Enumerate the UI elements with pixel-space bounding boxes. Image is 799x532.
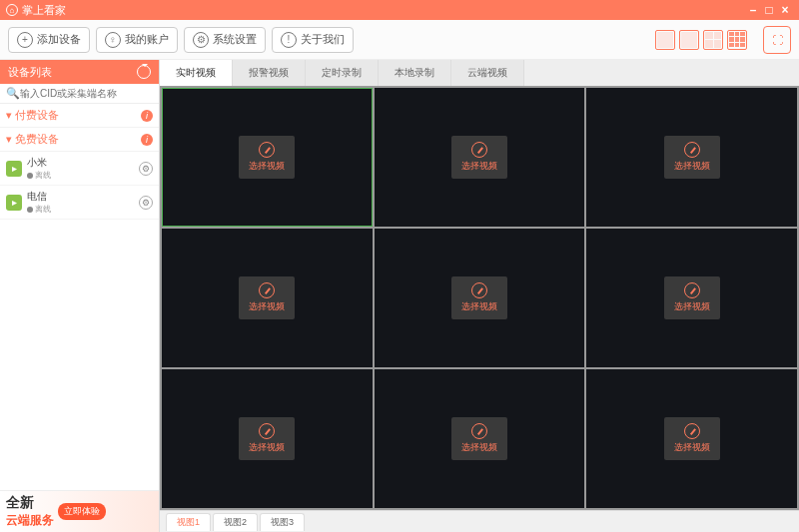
try-now-button[interactable]: 立即体验	[58, 503, 106, 520]
device-icon: ▸	[6, 161, 22, 177]
tab-realtime[interactable]: 实时视频	[160, 60, 233, 86]
video-cell[interactable]: 选择视频	[586, 88, 797, 227]
video-cell[interactable]: 选择视频	[375, 369, 585, 508]
device-item[interactable]: ▸ 小米离线 ⚙	[0, 152, 159, 186]
search-icon: 🔍	[6, 87, 20, 100]
video-cell[interactable]: 选择视频	[375, 229, 585, 367]
minimize-button[interactable]: －	[745, 2, 761, 19]
close-button[interactable]: ×	[777, 3, 793, 17]
video-cell[interactable]: 选择视频	[162, 229, 373, 367]
content-area: 实时视频 报警视频 定时录制 本地录制 云端视频 选择视频 选择视频 选择视频 …	[160, 60, 799, 532]
video-cell[interactable]: 选择视频	[586, 229, 797, 367]
layout-switcher	[655, 30, 747, 50]
refresh-icon[interactable]	[137, 65, 151, 79]
camera-icon	[684, 142, 700, 158]
system-settings-button[interactable]: ⚙系统设置	[184, 27, 266, 53]
camera-icon	[471, 282, 487, 298]
category-free[interactable]: ▾ 免费设备i	[0, 128, 159, 152]
info-icon: !	[281, 32, 297, 48]
info-icon[interactable]: i	[141, 134, 153, 146]
camera-icon	[259, 282, 275, 298]
view-tabs: 视图1 视图2 视图3	[160, 510, 799, 532]
layout-1-alt-button[interactable]	[679, 30, 699, 50]
select-video-placeholder[interactable]: 选择视频	[239, 417, 295, 460]
view-tab-2[interactable]: 视图2	[213, 513, 258, 531]
plus-icon: +	[17, 32, 33, 48]
video-cell[interactable]: 选择视频	[375, 88, 585, 227]
device-settings-icon[interactable]: ⚙	[139, 196, 153, 210]
camera-icon	[471, 423, 487, 439]
search-box[interactable]: 🔍	[0, 84, 159, 104]
layout-9-button[interactable]	[727, 30, 747, 50]
app-logo-icon: ⌂	[6, 4, 18, 16]
video-cell[interactable]: 选择视频	[162, 369, 373, 508]
device-item[interactable]: ▸ 电信离线 ⚙	[0, 186, 159, 220]
tab-cloud[interactable]: 云端视频	[451, 60, 524, 86]
user-icon: ♀	[105, 32, 121, 48]
add-device-button[interactable]: +添加设备	[8, 27, 90, 53]
device-icon: ▸	[6, 195, 22, 211]
title-bar: ⌂ 掌上看家 － □ ×	[0, 0, 799, 20]
camera-icon	[684, 282, 700, 298]
device-sidebar: 设备列表 🔍 ▾ 付费设备i ▾ 免费设备i ▸ 小米离线 ⚙ ▸ 电信离线 ⚙…	[0, 60, 160, 532]
tab-local[interactable]: 本地录制	[379, 60, 451, 86]
maximize-button[interactable]: □	[761, 3, 777, 17]
search-input[interactable]	[20, 88, 153, 99]
camera-icon	[259, 423, 275, 439]
select-video-placeholder[interactable]: 选择视频	[451, 276, 507, 319]
select-video-placeholder[interactable]: 选择视频	[664, 136, 720, 179]
main-toolbar: +添加设备 ♀我的账户 ⚙系统设置 !关于我们 ⛶	[0, 20, 799, 60]
select-video-placeholder[interactable]: 选择视频	[664, 276, 720, 319]
layout-4-button[interactable]	[703, 30, 723, 50]
select-video-placeholder[interactable]: 选择视频	[239, 136, 295, 179]
gear-icon: ⚙	[193, 32, 209, 48]
tab-scheduled[interactable]: 定时录制	[306, 60, 379, 86]
app-title: 掌上看家	[22, 3, 66, 18]
select-video-placeholder[interactable]: 选择视频	[239, 276, 295, 319]
my-account-button[interactable]: ♀我的账户	[96, 27, 178, 53]
sidebar-header: 设备列表	[0, 60, 159, 84]
view-tab-3[interactable]: 视图3	[260, 513, 305, 531]
view-tab-1[interactable]: 视图1	[166, 513, 211, 531]
video-grid: 选择视频 选择视频 选择视频 选择视频 选择视频 选择视频 选择视频 选择视频 …	[160, 86, 799, 510]
info-icon[interactable]: i	[141, 110, 153, 122]
select-video-placeholder[interactable]: 选择视频	[451, 417, 507, 460]
video-tabs: 实时视频 报警视频 定时录制 本地录制 云端视频	[160, 60, 799, 86]
camera-icon	[471, 142, 487, 158]
about-us-button[interactable]: !关于我们	[272, 27, 354, 53]
camera-icon	[259, 142, 275, 158]
fullscreen-button[interactable]: ⛶	[763, 26, 791, 54]
video-cell[interactable]: 选择视频	[586, 369, 797, 508]
select-video-placeholder[interactable]: 选择视频	[664, 417, 720, 460]
camera-icon	[684, 423, 700, 439]
video-cell[interactable]: 选择视频	[162, 88, 373, 227]
device-settings-icon[interactable]: ⚙	[139, 162, 153, 176]
tab-alarm[interactable]: 报警视频	[233, 60, 306, 86]
promo-banner[interactable]: 全新 云端服务 立即体验	[0, 490, 159, 532]
layout-1-button[interactable]	[655, 30, 675, 50]
select-video-placeholder[interactable]: 选择视频	[451, 136, 507, 179]
category-paid[interactable]: ▾ 付费设备i	[0, 104, 159, 128]
